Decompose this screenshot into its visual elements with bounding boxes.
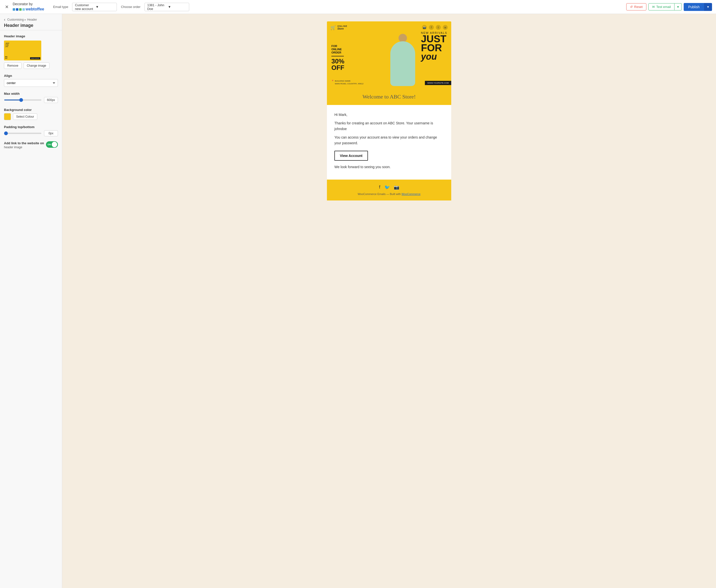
banner-percent: 30% [331,58,344,64]
test-email-dropdown-button[interactable]: ▼ [674,3,682,10]
banner-website: WWW.YOURSITE.COM [425,81,451,85]
breadcrumb: ‹ Customising ▸ Header [4,17,58,22]
email-body-2: You can access your account area to view… [334,134,444,146]
link-label: Add link to the website on [4,141,44,145]
color-row: Select Colour [4,113,58,120]
banner-divider [331,56,344,56]
logo-dot-1 [13,8,15,11]
change-image-button[interactable]: Change image [24,62,49,69]
footer-facebook-icon: f [379,185,380,190]
email-body-3: We look forward to seeing you soon. [334,164,444,170]
link-toggle-section: Add link to the website on header image … [4,141,58,149]
view-account-button[interactable]: View Account [334,151,368,161]
email-welcome: Welcome to ABC Store! [327,88,451,105]
email-footer: f 🐦 📷 WooCommerce Emails — Built with Wo… [327,180,451,201]
banner-social-icons: 📷 f t w [422,25,448,30]
footer-text: WooCommerce Emails — Built with WooComme… [332,192,446,195]
toggle-row: Add link to the website on header image … [4,141,58,149]
topbar-actions: ↺ Reset ✉ Test email ▼ Publish ▼ [626,3,712,11]
breadcrumb-child: Header [27,18,37,21]
logo-dot-3 [19,8,22,11]
banner-off: OFF [331,64,344,71]
select-colour-label: Select Colour [16,115,34,119]
sidebar-title: Header image [4,23,58,28]
max-width-slider[interactable] [4,100,42,101]
main-layout: ‹ Customising ▸ Header Header image Head… [0,14,716,588]
max-width-value: 600px [44,97,58,103]
sidebar: ‹ Customising ▸ Header Header image Head… [0,14,62,588]
logo-text: webtoffee [26,7,44,12]
banner-instagram-icon: 📷 [422,25,427,30]
logo-dots: webtoffee [13,7,44,12]
close-button[interactable]: ✕ [4,3,10,11]
publish-group: Publish ▼ [684,3,712,11]
remove-image-button[interactable]: Remove [4,62,22,69]
image-preview: JUSTFORyou 30%OFF WWW.YOURSITE [4,41,41,60]
padding-slider[interactable] [4,133,42,134]
test-email-label: Test email [656,5,671,9]
footer-social-icons: f 🐦 📷 [332,185,446,190]
topbar-center: Email type Customer new account ▼ Choose… [53,3,623,11]
test-email-button[interactable]: ✉ Test email [648,3,675,10]
back-button[interactable]: ‹ [4,17,5,22]
link-sublabel: header image [4,146,44,149]
color-swatch[interactable] [4,113,11,120]
choose-order-value: 1381 - John Doe [147,3,166,11]
padding-value: 0px [44,130,58,136]
banner-left-text: FORONLINEORDER 30% OFF [331,44,344,71]
align-label: Align [4,74,58,78]
email-type-select[interactable]: Customer new account ▼ [72,3,117,11]
reset-icon: ↺ [630,5,633,9]
banner-figure [389,34,421,88]
publish-button[interactable]: Publish [684,3,704,11]
banner-store-logo: 🛒 ONLINE Store [330,25,347,30]
header-image-label: Header image [4,34,58,38]
bg-color-label: Background color [4,108,58,112]
logo-dot-4 [22,8,25,11]
toggle-label-group: Add link to the website on header image [4,141,44,149]
max-width-row: 600px [4,97,58,103]
choose-order-select[interactable]: 1381 - John Doe ▼ [145,3,189,11]
footer-woocommerce-link[interactable]: WooCommerce [402,192,420,195]
footer-twitter-icon: 🐦 [384,185,390,190]
max-width-label: Max width [4,92,58,96]
padding-label: Padding top/bottom [4,125,58,129]
banner-address: 📍 BUILDING NAME MAIN ROAD, COUNTRY, 4561… [331,80,364,85]
image-preview-inner: JUSTFORyou 30%OFF WWW.YOURSITE [4,41,41,60]
padding-section: Padding top/bottom 0px [4,125,58,136]
align-section: Align center left right [4,74,58,87]
email-type-value: Customer new account [75,3,93,11]
publish-dropdown-button[interactable]: ▼ [704,3,712,11]
breadcrumb-root: Customising [7,18,24,21]
link-toggle[interactable]: ON [46,141,58,148]
logo-area: Decorator by webtoffee [13,2,44,12]
banner-just: JUST [421,34,447,43]
topbar: ✕ Decorator by webtoffee Email type Cust… [0,0,716,14]
test-email-group: ✉ Test email ▼ [648,3,682,10]
logo-dot-2 [16,8,18,11]
max-width-section: Max width 600px [4,92,58,103]
footer-instagram-icon: 📷 [394,185,399,190]
toggle-on-text: ON [47,143,51,146]
email-body: Hi Mark, Thanks for creating an account … [327,105,451,180]
email-body-1: Thanks for creating an account on ABC St… [334,120,444,131]
store-text: Store [338,27,347,30]
select-colour-button[interactable]: Select Colour [13,113,37,120]
banner-right-text: NEW ARRIVALS JUST FOR you [421,31,447,61]
email-preview: 🛒 ONLINE Store 📷 f t w [327,21,451,581]
banner-twitter-icon: t [436,25,441,30]
reset-label: Reset [634,5,643,9]
email-header-image: 🛒 ONLINE Store 📷 f t w [327,21,451,88]
align-select[interactable]: center left right [4,79,58,87]
reset-button[interactable]: ↺ Reset [626,3,646,10]
header-banner: 🛒 ONLINE Store 📷 f t w [327,21,451,88]
email-type-label: Email type [53,5,68,9]
email-greeting: Hi Mark, [334,112,444,118]
choose-order-label: Choose order [121,5,140,9]
publish-label: Publish [688,5,700,9]
location-icon: 📍 [331,80,334,82]
cart-icon: 🛒 [330,25,336,30]
padding-row: 0px [4,130,58,136]
bg-color-section: Background color Select Colour [4,108,58,120]
choose-order-chevron: ▼ [168,5,187,9]
